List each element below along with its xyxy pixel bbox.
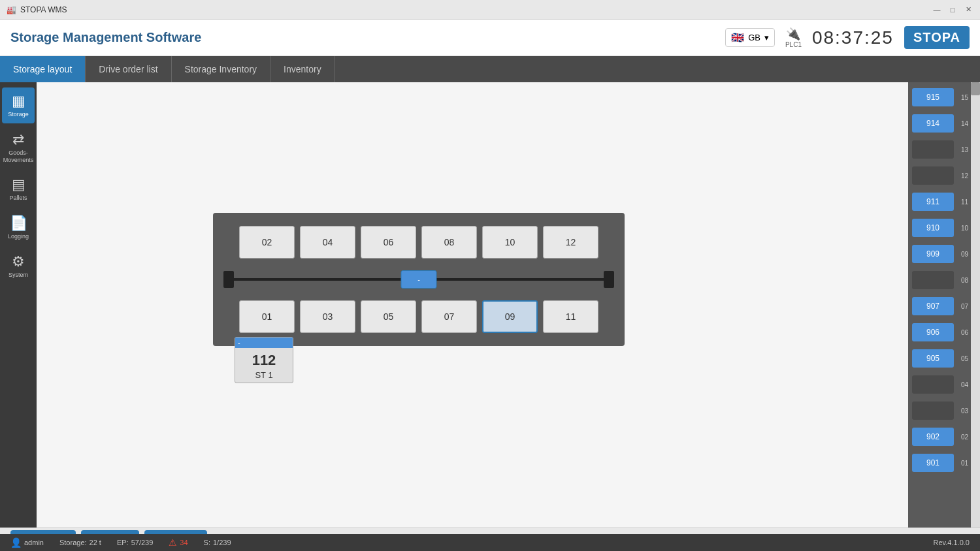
storage-icon: ▦ bbox=[12, 93, 25, 110]
tab-drive-order-list[interactable]: Drive order list bbox=[86, 56, 171, 82]
close-button[interactable]: ✕ bbox=[963, 5, 973, 15]
logging-icon: 📄 bbox=[10, 215, 27, 232]
rack-cell-907[interactable]: 907 bbox=[912, 297, 954, 315]
rack-level-label: 14 bbox=[956, 120, 968, 127]
tab-storage-layout[interactable]: Storage layout bbox=[0, 56, 86, 82]
top-row: 02 04 06 08 10 12 bbox=[223, 226, 614, 259]
crane-label: - bbox=[417, 276, 420, 283]
rack-row: 03 bbox=[912, 398, 968, 423]
status-storage-value: 22 t bbox=[90, 539, 101, 546]
sidebar-item-goods-movements[interactable]: ⇄ Goods-Movements bbox=[2, 126, 35, 169]
rack-level-label: 07 bbox=[956, 303, 968, 310]
rack-row: 90909 bbox=[912, 242, 968, 266]
rack-cell-901[interactable]: 901 bbox=[912, 454, 954, 472]
title-bar-controls[interactable]: — □ ✕ bbox=[932, 5, 973, 15]
tab-storage-inventory[interactable]: Storage Inventory bbox=[172, 56, 271, 82]
minimize-button[interactable]: — bbox=[932, 5, 942, 15]
sidebar-item-storage[interactable]: ▦ Storage bbox=[2, 87, 35, 123]
app-icon: 🏭 bbox=[7, 5, 16, 14]
rack-cell-910[interactable]: 910 bbox=[912, 219, 954, 237]
rack-scrollbar[interactable] bbox=[971, 82, 980, 527]
rack-level-label: 04 bbox=[956, 381, 968, 388]
tab-inventory[interactable]: Inventory bbox=[270, 56, 335, 82]
rack-cell-903[interactable] bbox=[912, 401, 954, 420]
crane-track: - bbox=[223, 266, 614, 292]
user-icon: 👤 bbox=[10, 537, 22, 548]
cell-02[interactable]: 02 bbox=[239, 226, 295, 259]
info-box-header-left: - bbox=[238, 339, 240, 347]
cell-10[interactable]: 10 bbox=[482, 226, 538, 259]
info-box-label: ST 1 bbox=[235, 370, 293, 383]
rack-level-label: 03 bbox=[956, 407, 968, 415]
cell-01[interactable]: 01 bbox=[239, 300, 295, 333]
rack-cell-909[interactable]: 909 bbox=[912, 245, 954, 263]
cell-04[interactable]: 04 bbox=[300, 226, 355, 259]
main-container: ▦ Storage ⇄ Goods-Movements ▤ Pallets 📄 … bbox=[0, 82, 980, 527]
sidebar-item-logging[interactable]: 📄 Logging bbox=[2, 210, 35, 245]
rack-panel: 9151591414131291111910109090908907079060… bbox=[908, 82, 980, 527]
rack-row: 91111 bbox=[912, 189, 968, 214]
cell-03[interactable]: 03 bbox=[300, 300, 355, 333]
rack-cell-911[interactable]: 911 bbox=[912, 193, 954, 211]
cell-06[interactable]: 06 bbox=[361, 226, 416, 259]
status-s-value: 1/239 bbox=[213, 539, 231, 546]
rack-level-label: 02 bbox=[956, 433, 968, 441]
rack-cell-904[interactable] bbox=[912, 375, 954, 394]
rack-row: 91414 bbox=[912, 111, 968, 136]
rack-cell-902[interactable]: 902 bbox=[912, 428, 954, 446]
sidebar-item-system[interactable]: ⚙ System bbox=[2, 248, 35, 284]
status-ep-value: 57/239 bbox=[131, 539, 154, 546]
rack-row: 90101 bbox=[912, 450, 968, 475]
cell-08[interactable]: 08 bbox=[421, 226, 477, 259]
chevron-down-icon: ▾ bbox=[764, 33, 769, 42]
status-ep-label: EP: bbox=[117, 539, 129, 546]
cell-05[interactable]: 05 bbox=[361, 300, 416, 333]
rack-scrollbar-thumb[interactable] bbox=[971, 82, 980, 95]
app-title: STOPA WMS bbox=[20, 5, 67, 14]
rack-cell-908[interactable] bbox=[912, 271, 954, 289]
sidebar-item-pallets[interactable]: ▤ Pallets bbox=[2, 171, 35, 207]
rack-cell-914[interactable]: 914 bbox=[912, 114, 954, 133]
rack-level-label: 11 bbox=[956, 198, 968, 206]
rack-row: 90606 bbox=[912, 320, 968, 345]
rack-level-label: 08 bbox=[956, 277, 968, 284]
stopa-logo: STOPA bbox=[904, 26, 970, 49]
track-end-left bbox=[223, 271, 234, 288]
status-username: admin bbox=[24, 539, 44, 546]
title-bar: 🏭 STOPA WMS — □ ✕ bbox=[0, 0, 980, 20]
info-box-number: 112 bbox=[235, 348, 293, 370]
cell-11[interactable]: 11 bbox=[543, 300, 598, 333]
title-bar-title: 🏭 STOPA WMS bbox=[7, 5, 67, 14]
sidebar-label-pallets: Pallets bbox=[9, 195, 27, 202]
maximize-button[interactable]: □ bbox=[947, 5, 958, 15]
header: Storage Management Software 🇬🇧 GB ▾ 🔌 PL… bbox=[0, 20, 980, 56]
goods-movements-icon: ⇄ bbox=[12, 131, 24, 148]
rack-row: 12 bbox=[912, 163, 968, 188]
track-end-right bbox=[604, 271, 614, 288]
status-storage: Storage: 22 t bbox=[59, 539, 101, 546]
nav-tabs: Storage layout Drive order list Storage … bbox=[0, 56, 980, 82]
rack-level-label: 09 bbox=[956, 251, 968, 258]
rack-cell-913[interactable] bbox=[912, 140, 954, 159]
time-display: 08:37:25 bbox=[812, 27, 894, 48]
plc-label: PLC1 bbox=[785, 41, 802, 48]
crane-car[interactable]: - bbox=[401, 270, 437, 289]
rack-cell-906[interactable]: 906 bbox=[912, 323, 954, 341]
cell-12[interactable]: 12 bbox=[543, 226, 598, 259]
rack-cell-912[interactable] bbox=[912, 166, 954, 185]
rack-row: 90505 bbox=[912, 346, 968, 371]
aisle-box: 02 04 06 08 10 12 - bbox=[213, 213, 625, 346]
language-selector[interactable]: 🇬🇧 GB ▾ bbox=[725, 28, 775, 47]
status-bar: 👤 admin Storage: 22 t EP: 57/239 ⚠ 34 S:… bbox=[0, 534, 980, 551]
cell-07[interactable]: 07 bbox=[421, 300, 477, 333]
rack-level-label: 12 bbox=[956, 172, 968, 180]
rack-cell-905[interactable]: 905 bbox=[912, 349, 954, 368]
rack-row: 90707 bbox=[912, 294, 968, 319]
flag-icon: 🇬🇧 bbox=[731, 31, 744, 44]
status-version: Rev.4.1.0.0 bbox=[934, 539, 970, 546]
rack-cell-915[interactable]: 915 bbox=[912, 88, 954, 106]
plc-icon: 🔌 bbox=[786, 27, 800, 41]
rack-level-label: 01 bbox=[956, 460, 968, 467]
cell-09[interactable]: 09 bbox=[482, 300, 538, 333]
sidebar-label-system: System bbox=[8, 272, 28, 279]
